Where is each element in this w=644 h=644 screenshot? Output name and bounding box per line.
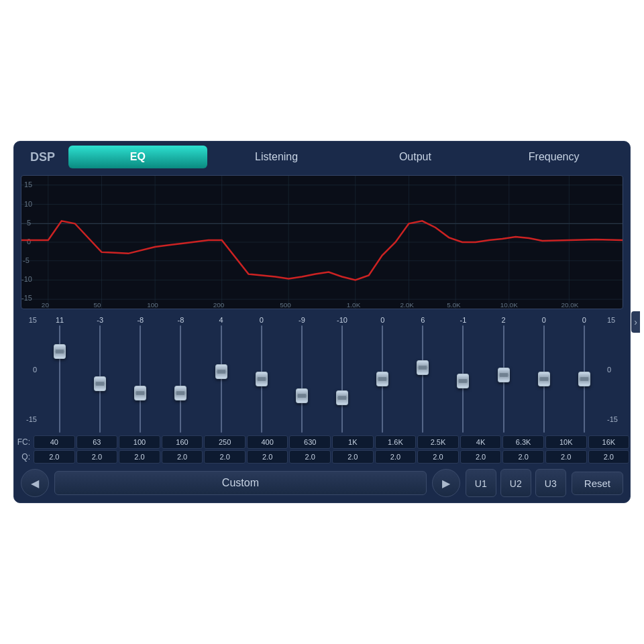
fader-track-wrapper-9[interactable] — [417, 325, 429, 433]
fc-cell-12[interactable]: 10K — [545, 435, 587, 449]
q-cell-13[interactable]: 2.0 — [588, 450, 630, 464]
q-cell-0[interactable]: 2.0 — [34, 450, 75, 464]
eq-graph-svg: 15 10 5 0 -5 -10 -15 20 50 100 200 500 1… — [21, 176, 623, 309]
q-cell-6[interactable]: 2.0 — [289, 450, 331, 464]
q-cell-1[interactable]: 2.0 — [76, 450, 118, 464]
q-cell-2[interactable]: 2.0 — [119, 450, 160, 464]
q-cell-3[interactable]: 2.0 — [162, 450, 203, 464]
fader-track-wrapper-0[interactable] — [54, 325, 66, 433]
fader-value-13: 0 — [582, 316, 586, 324]
tab-frequency[interactable]: Frequency — [484, 146, 623, 168]
fader-track-9 — [422, 325, 423, 433]
fader-handle-11[interactable] — [498, 368, 510, 382]
fader-col-8: 0 — [362, 316, 402, 433]
user-buttons: U1 U2 U3 — [466, 469, 566, 497]
fader-track-6 — [301, 325, 303, 433]
scale-mid-left: 0 — [33, 366, 37, 374]
fader-track-wrapper-6[interactable] — [296, 325, 308, 433]
fc-cell-1[interactable]: 63 — [76, 435, 118, 449]
fader-col-10: -1 — [443, 316, 483, 433]
tab-listening[interactable]: Listening — [207, 146, 346, 168]
reset-button[interactable]: Reset — [572, 472, 623, 495]
fc-cell-9[interactable]: 2.5K — [417, 435, 459, 449]
fader-col-12: 0 — [524, 316, 564, 433]
chevron-right-icon[interactable]: › — [631, 311, 640, 333]
scale-top-right: 15 — [607, 316, 615, 324]
svg-text:1.0K: 1.0K — [347, 301, 361, 309]
q-cell-10[interactable]: 2.0 — [460, 450, 502, 464]
fader-track-wrapper-11[interactable] — [498, 325, 510, 433]
fader-value-6: -9 — [299, 316, 305, 324]
fader-track-wrapper-8[interactable] — [376, 325, 388, 433]
svg-text:20.0K: 20.0K — [561, 301, 578, 309]
fader-value-11: 2 — [502, 316, 506, 324]
q-cell-4[interactable]: 2.0 — [204, 450, 246, 464]
svg-text:10.0K: 10.0K — [500, 301, 518, 309]
u2-button[interactable]: U2 — [500, 469, 531, 497]
fader-track-wrapper-1[interactable] — [94, 325, 106, 433]
fader-track-wrapper-2[interactable] — [134, 325, 146, 433]
q-cell-12[interactable]: 2.0 — [545, 450, 587, 464]
q-cell-8[interactable]: 2.0 — [375, 450, 417, 464]
u3-button[interactable]: U3 — [535, 469, 566, 497]
next-button[interactable]: ▶ — [432, 469, 460, 497]
preset-label[interactable]: Custom — [54, 471, 427, 495]
dsp-panel-container: DSP EQ Listening Output Frequency — [13, 141, 631, 503]
fc-label: FC: — [14, 437, 33, 447]
fader-col-2: -8 — [120, 316, 160, 433]
tab-output[interactable]: Output — [346, 146, 485, 168]
svg-text:2.0K: 2.0K — [400, 301, 414, 309]
q-cell-7[interactable]: 2.0 — [332, 450, 374, 464]
fader-value-7: -10 — [337, 316, 347, 324]
fader-handle-13[interactable] — [578, 372, 590, 386]
tab-eq[interactable]: EQ — [68, 146, 207, 168]
fc-cell-2[interactable]: 100 — [119, 435, 160, 449]
svg-text:200: 200 — [213, 301, 225, 309]
fc-cell-10[interactable]: 4K — [460, 435, 502, 449]
fader-track-wrapper-10[interactable] — [457, 325, 469, 433]
scale-top-left: 15 — [29, 316, 37, 324]
fc-cell-5[interactable]: 400 — [247, 435, 288, 449]
eq-graph: 15 10 5 0 -5 -10 -15 20 50 100 200 500 1… — [21, 175, 623, 309]
fader-handle-4[interactable] — [215, 364, 227, 379]
fader-handle-6[interactable] — [296, 388, 308, 403]
fader-handle-5[interactable] — [256, 372, 268, 386]
fader-value-10: -1 — [460, 316, 467, 324]
q-cell-9[interactable]: 2.0 — [417, 450, 459, 464]
fader-col-1: -3 — [80, 316, 120, 433]
fader-handle-8[interactable] — [376, 372, 388, 386]
fader-handle-3[interactable] — [174, 386, 186, 400]
prev-button[interactable]: ◀ — [21, 469, 49, 497]
fader-col-4: 4 — [201, 316, 241, 433]
fc-cell-6[interactable]: 630 — [289, 435, 331, 449]
fader-track-wrapper-7[interactable] — [336, 325, 348, 433]
fader-handle-2[interactable] — [134, 386, 146, 400]
fader-track-4 — [221, 325, 222, 433]
fc-cell-11[interactable]: 6.3K — [502, 435, 544, 449]
fader-handle-12[interactable] — [538, 372, 550, 386]
q-cell-5[interactable]: 2.0 — [247, 450, 288, 464]
fader-value-2: -8 — [137, 316, 144, 324]
fader-handle-7[interactable] — [336, 390, 348, 405]
fader-handle-0[interactable] — [54, 344, 66, 359]
fc-cell-0[interactable]: 40 — [34, 435, 75, 449]
fader-track-wrapper-13[interactable] — [578, 325, 590, 433]
fader-track-wrapper-4[interactable] — [215, 325, 227, 433]
q-cell-11[interactable]: 2.0 — [502, 450, 544, 464]
fc-cells: 40631001602504006301K1.6K2.5K4K6.3K10K16… — [33, 435, 630, 449]
svg-text:-10: -10 — [21, 275, 32, 283]
fader-handle-1[interactable] — [94, 376, 106, 391]
fc-cell-3[interactable]: 160 — [162, 435, 203, 449]
fader-handle-9[interactable] — [417, 360, 429, 375]
svg-text:20: 20 — [42, 301, 50, 309]
fader-handle-10[interactable] — [457, 374, 469, 388]
u1-button[interactable]: U1 — [466, 469, 496, 497]
fader-track-wrapper-12[interactable] — [538, 325, 550, 433]
fc-cell-13[interactable]: 16K — [588, 435, 630, 449]
fader-track-wrapper-5[interactable] — [256, 325, 268, 433]
fc-cell-7[interactable]: 1K — [332, 435, 374, 449]
fc-cell-4[interactable]: 250 — [204, 435, 246, 449]
q-label: Q: — [14, 452, 33, 462]
fc-cell-8[interactable]: 1.6K — [375, 435, 417, 449]
fader-track-wrapper-3[interactable] — [174, 325, 186, 433]
